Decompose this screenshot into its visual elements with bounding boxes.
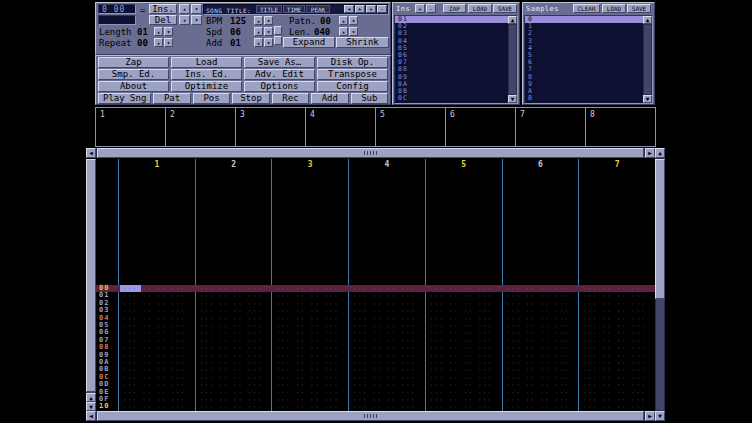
pattern-cell[interactable]: ··· ·· ·· ··· xyxy=(276,337,339,344)
scroll-down-button[interactable]: ▼ xyxy=(643,95,652,103)
scroll-down-button[interactable]: ▼ xyxy=(508,95,517,103)
pattern-cell[interactable]: ··· ·· ·· ··· xyxy=(583,344,646,351)
menu-button-optimize[interactable]: Optimize xyxy=(171,81,242,92)
pattern-cell[interactable]: ··· ·· ·· ··· xyxy=(123,300,186,307)
pattern-up-button[interactable]: ▴ xyxy=(179,15,190,25)
mini-button-upper[interactable] xyxy=(274,26,282,35)
length-up-button[interactable]: ▴ xyxy=(154,27,163,36)
scope-channel-1[interactable]: 1 xyxy=(96,108,166,146)
add-down-button[interactable]: ▾ xyxy=(264,38,273,47)
pattern-cell[interactable]: ··· ·· ·· ··· xyxy=(200,315,263,322)
pattern-cell[interactable]: ··· ·· ·· ··· xyxy=(507,300,570,307)
position-down-button[interactable]: ▾ xyxy=(191,4,202,14)
instrument-plus-button[interactable]: + xyxy=(415,4,425,13)
pattern-cell[interactable]: ··· ·· ·· ··· xyxy=(276,307,339,314)
pattern-cell[interactable]: ··· ·· ·· ··· xyxy=(583,374,646,381)
sample-item[interactable]: A xyxy=(525,88,652,95)
pattern-down-button[interactable]: ▾ xyxy=(191,15,202,25)
pattern-cell[interactable]: ··· ·· ·· ··· xyxy=(507,337,570,344)
patn-up-button[interactable]: ▴ xyxy=(339,16,348,25)
menu-button-pos[interactable]: Pos xyxy=(193,93,230,104)
add-up-button[interactable]: ▴ xyxy=(254,38,263,47)
pattern-cell[interactable]: ··· ·· ·· ··· xyxy=(353,322,416,329)
sample-item[interactable]: 5 xyxy=(525,52,652,59)
pattern-cell[interactable]: ··· ·· ·· ··· xyxy=(353,396,416,403)
pattern-cell[interactable]: ··· ·· ·· ··· xyxy=(507,352,570,359)
channel-header-7[interactable]: 7 xyxy=(579,160,655,169)
title-scroll-left-button[interactable]: ◂ xyxy=(344,5,354,13)
vscroll-left-thumb[interactable] xyxy=(86,159,96,392)
instrument-item[interactable]: 06 xyxy=(395,52,517,59)
pattern-cell[interactable]: ··· ·· ·· ··· xyxy=(353,381,416,388)
channel-header-4[interactable]: 4 xyxy=(349,160,425,169)
channel-header-5[interactable]: 5 xyxy=(426,160,502,169)
hscroll-bottom-thumb[interactable] xyxy=(97,411,644,421)
pattern-cell[interactable]: ··· ·· ·· ··· xyxy=(583,307,646,314)
pattern-cell[interactable]: ··· ·· ·· ··· xyxy=(276,344,339,351)
pattern-cell[interactable]: ··· ·· ·· ··· xyxy=(200,344,263,351)
menu-button-pat[interactable]: Pat xyxy=(153,93,190,104)
instrument-item[interactable]: 09 xyxy=(395,74,517,81)
len-up-button[interactable]: ▴ xyxy=(339,27,348,36)
pattern-cell[interactable]: ··· ·· ·· ··· xyxy=(583,366,646,373)
instrument-item[interactable]: 0C xyxy=(395,95,517,102)
pattern-cell[interactable]: ··· ·· ·· ··· xyxy=(430,396,493,403)
pattern-cell[interactable]: ··· ·· ·· ··· xyxy=(123,374,186,381)
pattern-cell[interactable]: ··· ·· ·· ··· xyxy=(583,337,646,344)
instrument-item[interactable]: 08 xyxy=(395,66,517,73)
menu-button-about[interactable]: About xyxy=(98,81,169,92)
pattern-cell[interactable]: ··· ·· ·· ··· xyxy=(123,285,186,292)
menu-button-add[interactable]: Add xyxy=(311,93,348,104)
instrument-item[interactable]: 03 xyxy=(395,30,517,37)
pattern-cell[interactable]: ··· ·· ·· ··· xyxy=(353,307,416,314)
pattern-cell[interactable]: ··· ·· ·· ··· xyxy=(123,403,186,410)
menu-button-adv-edit[interactable]: Adv. Edit xyxy=(244,69,315,80)
tab-title[interactable]: TITLE xyxy=(256,5,282,13)
pattern-cell[interactable]: ··· ·· ·· ··· xyxy=(583,292,646,299)
pattern-cell[interactable]: ··· ·· ·· ··· xyxy=(507,374,570,381)
pattern-cell[interactable]: ··· ·· ·· ··· xyxy=(353,315,416,322)
pattern-cell[interactable]: ··· ·· ·· ··· xyxy=(507,389,570,396)
channel-header-2[interactable]: 2 xyxy=(196,160,272,169)
instrument-item[interactable]: 04 xyxy=(395,38,517,45)
scroll-up-button[interactable]: ▲ xyxy=(643,16,652,24)
scope-channel-7[interactable]: 7 xyxy=(516,108,586,146)
pattern-cell[interactable]: ··· ·· ·· ··· xyxy=(276,322,339,329)
pattern-cell[interactable]: ··· ·· ·· ··· xyxy=(200,322,263,329)
pattern-cell[interactable]: ··· ·· ·· ··· xyxy=(123,366,186,373)
pattern-cell[interactable]: ··· ·· ·· ··· xyxy=(200,352,263,359)
pattern-cell[interactable]: ··· ·· ·· ··· xyxy=(507,359,570,366)
pattern-cell[interactable]: ··· ·· ·· ··· xyxy=(200,329,263,336)
scroll-left-button[interactable]: ◀ xyxy=(86,411,96,421)
sample-item[interactable]: 0 xyxy=(525,16,652,23)
menu-button-save-as[interactable]: Save As… xyxy=(244,57,315,68)
sample-item[interactable]: 2 xyxy=(525,30,652,37)
instrument-item[interactable]: 0B xyxy=(395,88,517,95)
pattern-cell[interactable]: ··· ·· ·· ··· xyxy=(583,389,646,396)
pattern-cell[interactable]: ··· ·· ·· ··· xyxy=(430,285,493,292)
pattern-cell[interactable]: ··· ·· ·· ··· xyxy=(583,322,646,329)
pattern-cell[interactable]: ··· ·· ·· ··· xyxy=(507,292,570,299)
pattern-cell[interactable]: ··· ·· ·· ··· xyxy=(507,322,570,329)
menu-button-disk-op[interactable]: Disk Op. xyxy=(317,57,388,68)
spd-up-button[interactable]: ▴ xyxy=(254,27,263,36)
pattern-cell[interactable]: ··· ·· ·· ··· xyxy=(430,359,493,366)
sample-item[interactable]: 9 xyxy=(525,81,652,88)
len-down-button[interactable]: ▾ xyxy=(349,27,358,36)
menu-button-options[interactable]: Options xyxy=(244,81,315,92)
pattern-cell[interactable]: ··· ·· ·· ··· xyxy=(583,300,646,307)
sample-item[interactable]: B xyxy=(525,95,652,102)
menu-button-sub[interactable]: Sub xyxy=(351,93,388,104)
menu-button-smp-ed[interactable]: Smp. Ed. xyxy=(98,69,169,80)
instrument-item[interactable]: 01 xyxy=(395,16,517,23)
pattern-cell[interactable]: ··· ·· ·· ··· xyxy=(507,396,570,403)
pattern-cell[interactable]: ··· ·· ·· ··· xyxy=(430,329,493,336)
pattern-cell[interactable]: ··· ·· ·· ··· xyxy=(430,374,493,381)
pattern-cell[interactable]: ··· ·· ·· ··· xyxy=(353,300,416,307)
tab-peak[interactable]: PEAK xyxy=(306,5,330,13)
ins-position-button[interactable]: Ins. xyxy=(149,4,177,14)
pattern-cell[interactable]: ··· ·· ·· ··· xyxy=(200,292,263,299)
pattern-cell[interactable]: ··· ·· ·· ··· xyxy=(353,389,416,396)
menu-button-transpose[interactable]: Transpose xyxy=(317,69,388,80)
pattern-cell[interactable]: ··· ·· ·· ··· xyxy=(353,292,416,299)
